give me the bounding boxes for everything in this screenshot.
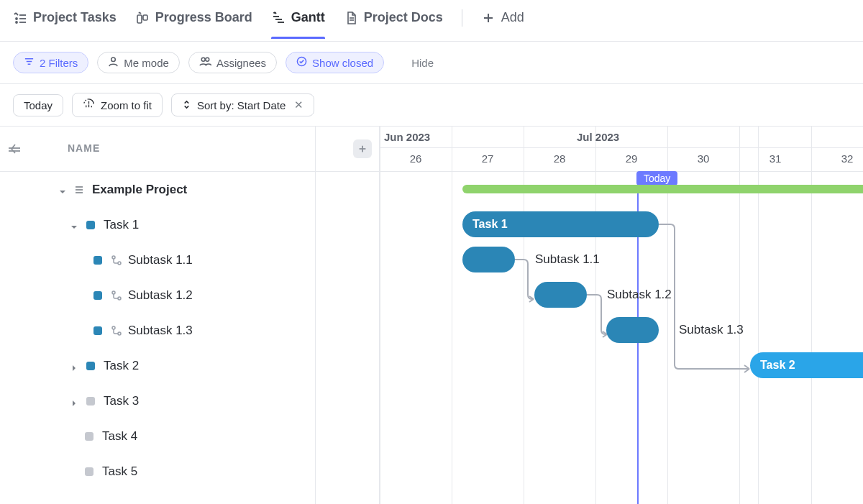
row-label: Task 4: [102, 429, 137, 444]
subtask-icon: [111, 255, 122, 266]
status-square-icon: [85, 432, 93, 441]
row-label: Task 5: [102, 464, 137, 479]
bar-row-task2: Task 2: [380, 348, 863, 383]
status-square-icon: [86, 221, 95, 229]
bar-row-sub11: Subtask 1.1: [380, 242, 863, 278]
status-square-icon: [93, 326, 102, 335]
svg-rect-5: [137, 15, 142, 23]
svg-rect-6: [143, 15, 147, 20]
svg-point-35: [118, 297, 121, 300]
tab-label: Project Docs: [364, 10, 443, 25]
task-list-header: NAME: [0, 127, 379, 172]
plus-icon: [481, 11, 496, 25]
hide-button[interactable]: Hide: [411, 57, 434, 69]
list-row-task4[interactable]: Task 4: [0, 418, 379, 454]
bar-row-sub13: Subtask 1.3: [380, 313, 863, 348]
summary-bar[interactable]: [462, 185, 863, 193]
svg-point-18: [201, 58, 205, 61]
caret-down-icon[interactable]: [70, 221, 79, 229]
list-row-task5[interactable]: Task 5: [0, 454, 379, 489]
list-row-sub13[interactable]: Subtask 1.3: [0, 313, 379, 348]
svg-point-3: [16, 18, 17, 19]
tab-project-tasks[interactable]: Project Tasks: [13, 10, 117, 38]
clear-sort-icon[interactable]: ✕: [294, 98, 303, 111]
gantt-toolbar: Today Zoom to fit Sort by: Start Date ✕: [0, 84, 863, 126]
month-label: Jul 2023: [577, 131, 619, 143]
bar-row-sub12: Subtask 1.2: [380, 278, 863, 313]
sort-icon: [182, 99, 191, 111]
row-label: Subtask 1.1: [128, 253, 193, 267]
caret-down-icon[interactable]: [59, 185, 68, 194]
subtask-icon: [111, 290, 122, 301]
me-mode-pill[interactable]: Me mode: [97, 52, 180, 73]
bar-row-project: [380, 172, 863, 207]
status-square-icon: [93, 291, 102, 300]
row-label: Task 1: [104, 218, 139, 232]
status-square-icon: [85, 467, 93, 476]
gantt-icon: [271, 11, 286, 25]
task-bar[interactable]: Task 2: [750, 352, 863, 378]
list-row-project[interactable]: Example Project: [0, 172, 379, 207]
status-square-icon: [86, 397, 95, 406]
row-label: Subtask 1.2: [128, 288, 193, 303]
tab-project-docs[interactable]: Project Docs: [344, 10, 443, 38]
gantt-chart[interactable]: Jun 2023 Jul 2023 26 27 28 29 30 31 32 T…: [380, 127, 863, 504]
bar-label: Subtask 1.2: [607, 288, 672, 302]
filters-label: 2 Filters: [40, 57, 78, 69]
svg-point-34: [112, 291, 115, 294]
people-icon: [199, 56, 211, 69]
today-label: Today: [24, 99, 52, 111]
list-row-sub11[interactable]: Subtask 1.1: [0, 242, 379, 278]
week-label: 27: [452, 152, 524, 165]
view-tabs: Project Tasks Progress Board Gantt Proje…: [0, 0, 863, 42]
zoom-fit-button[interactable]: Zoom to fit: [72, 93, 163, 117]
task-list-panel: NAME Example Project Task 1: [0, 127, 380, 504]
show-closed-label: Show closed: [312, 57, 373, 69]
filter-bar: 2 Filters Me mode Assignees Show closed …: [0, 42, 863, 84]
check-circle-icon: [296, 56, 307, 69]
name-column-header: NAME: [68, 142, 100, 154]
caret-right-icon[interactable]: [70, 362, 79, 370]
week-label: 31: [739, 152, 811, 165]
status-square-icon: [86, 362, 95, 370]
sort-button[interactable]: Sort by: Start Date ✕: [171, 93, 314, 116]
tab-gantt[interactable]: Gantt: [271, 10, 325, 38]
svg-point-4: [16, 22, 17, 23]
today-button[interactable]: Today: [13, 94, 63, 116]
status-square-icon: [93, 256, 102, 265]
gantt-list-icon: [13, 11, 27, 25]
person-icon: [108, 56, 119, 69]
task-bar[interactable]: [462, 247, 515, 272]
svg-point-17: [111, 58, 116, 62]
assignees-label: Assignees: [216, 57, 266, 69]
gantt-area: NAME Example Project Task 1: [0, 126, 863, 504]
list-row-sub12[interactable]: Subtask 1.2: [0, 278, 379, 313]
list-row-task2[interactable]: Task 2: [0, 348, 379, 383]
bar-label: Task 1: [472, 218, 508, 231]
collapse-all-icon[interactable]: [6, 141, 22, 157]
list-row-task1[interactable]: Task 1: [0, 207, 379, 242]
assignees-pill[interactable]: Assignees: [188, 52, 277, 73]
task-bar[interactable]: [606, 317, 659, 343]
week-label: 32: [811, 152, 863, 165]
task-bar[interactable]: [534, 282, 587, 308]
row-label: Example Project: [92, 183, 187, 197]
filter-icon: [24, 56, 35, 69]
add-column-button[interactable]: [353, 139, 372, 158]
bar-label: Task 2: [760, 359, 795, 372]
month-label: Jun 2023: [384, 131, 430, 143]
gantt-body: Today: [380, 172, 863, 504]
list-row-task3[interactable]: Task 3: [0, 383, 379, 418]
caret-right-icon[interactable]: [70, 397, 79, 406]
subtask-icon: [111, 325, 122, 336]
zoom-fit-icon: [83, 98, 95, 112]
task-bar[interactable]: Task 1: [462, 211, 659, 237]
tab-label: Progress Board: [155, 10, 252, 25]
filters-pill[interactable]: 2 Filters: [13, 52, 88, 73]
show-closed-pill[interactable]: Show closed: [286, 52, 384, 73]
sort-label: Sort by: Start Date: [197, 99, 286, 111]
tab-progress-board[interactable]: Progress Board: [135, 10, 252, 38]
board-icon: [135, 11, 150, 25]
add-view-button[interactable]: Add: [481, 10, 524, 38]
tab-label: Gantt: [291, 10, 325, 25]
